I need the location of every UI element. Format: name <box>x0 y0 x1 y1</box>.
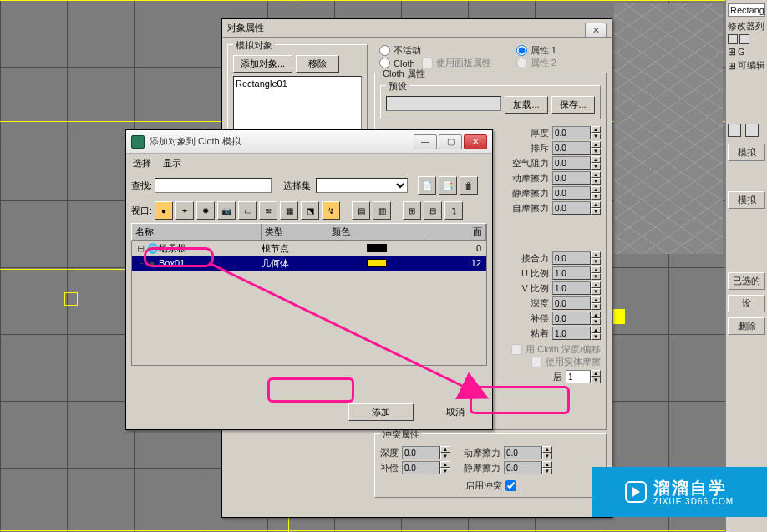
save-preset-button[interactable]: 保存... <box>551 96 595 114</box>
col-stat-spinner[interactable]: ▲▼ <box>504 461 552 474</box>
filter-helper-icon[interactable]: ▭ <box>238 201 257 220</box>
cloth-group-legend: Cloth 属性 <box>380 68 428 80</box>
menu-display[interactable]: 显示 <box>163 157 181 170</box>
add-object-button[interactable]: 添加对象... <box>233 55 292 73</box>
offset-spinner[interactable]: ▲▼ <box>552 312 601 325</box>
selffric-spinner[interactable]: ▲▼ <box>552 201 601 215</box>
stack-item[interactable]: Rectangl <box>728 3 765 17</box>
enable-collision-check[interactable]: 启用冲突 <box>465 479 516 492</box>
col-type[interactable]: 类型 <box>262 224 328 240</box>
menu-select[interactable]: 选择 <box>133 157 151 170</box>
watermark: 溜溜自学 ZIXUE.3D66.COM <box>592 467 767 517</box>
editable-label: 可编辑 <box>738 59 765 72</box>
play-icon <box>625 481 647 503</box>
air-spinner[interactable]: ▲▼ <box>552 156 601 170</box>
view-list-icon[interactable]: ▤ <box>352 201 370 220</box>
dynfric-spinner[interactable]: ▲▼ <box>552 171 601 185</box>
rollout-set[interactable]: 设 <box>728 295 765 312</box>
add-button[interactable]: 添加 <box>348 403 414 421</box>
attr1-radio[interactable]: 属性 1 <box>516 44 556 57</box>
row-name: Box01 <box>159 258 185 268</box>
inactive-radio[interactable]: 不活动 <box>379 44 491 57</box>
uscale-spinner[interactable]: ▲▼ <box>552 266 601 280</box>
g-label: G <box>738 47 745 57</box>
statfric-spinner[interactable]: ▲▼ <box>552 186 601 200</box>
preset-dropdown[interactable] <box>386 96 501 111</box>
attr2-radio: 属性 2 <box>516 57 556 69</box>
filter-camera-icon[interactable]: 📷 <box>217 201 236 220</box>
watermark-url: ZIXUE.3D66.COM <box>653 497 734 506</box>
filter-light-icon[interactable]: ✹ <box>196 201 215 220</box>
depth-spinner[interactable]: ▲▼ <box>552 296 601 310</box>
pushpin-icon[interactable] <box>745 124 759 137</box>
select-children-icon[interactable]: ⤵ <box>444 201 463 220</box>
seam-spinner[interactable]: ▲▼ <box>552 251 601 265</box>
close-button[interactable]: ✕ <box>585 23 607 38</box>
expand-all-icon[interactable]: ⊞ <box>403 201 421 220</box>
rollout-selected[interactable]: 已选的 <box>728 272 765 290</box>
repel-spinner[interactable]: ▲▼ <box>552 141 601 155</box>
lock-icon[interactable] <box>728 124 741 137</box>
col-color[interactable]: 颜色 <box>328 224 424 240</box>
find-label: 查找: <box>131 180 152 192</box>
vscale-spinner[interactable]: ▲▼ <box>552 281 601 295</box>
list-header: 名称 类型 颜色 面 <box>131 223 487 241</box>
filter-space-icon[interactable]: ≋ <box>259 201 277 220</box>
cloth-depth-check: 用 Cloth 深度/偏移 <box>485 343 601 356</box>
find-input[interactable] <box>155 178 272 193</box>
sim-group-legend: 模拟对象 <box>233 39 275 52</box>
col-name[interactable]: 名称 <box>132 224 262 240</box>
command-panel: Rectangl 修改器列 ⊞G ⊞可编辑 模拟 模拟 已选的 设 删除 <box>725 0 767 532</box>
filter-xref-icon[interactable]: ⬔ <box>301 201 319 220</box>
selset-sub-icon[interactable]: 📑 <box>439 176 457 195</box>
app-icon <box>131 135 145 149</box>
add-dialog-title: 添加对象到 Cloth 模拟 <box>150 135 409 148</box>
list-row[interactable]: ⊟🌐场景根根节点0 <box>132 241 486 256</box>
object-list-item[interactable]: Rectangle01 <box>236 79 359 89</box>
filter-group-icon[interactable]: ▦ <box>280 201 298 220</box>
list-row[interactable]: └●Box01几何体12 <box>132 256 486 271</box>
stick-spinner[interactable]: ▲▼ <box>552 327 601 340</box>
maximize-button[interactable]: ▢ <box>439 134 462 149</box>
col-dyn-spinner[interactable]: ▲▼ <box>504 446 552 459</box>
filter-geom-icon[interactable]: ● <box>155 201 173 220</box>
viewport-label: 视口: <box>131 205 152 217</box>
selset-del-icon[interactable]: 🗑 <box>460 176 478 195</box>
preset-group: 预设 加载... 保存... <box>380 85 601 119</box>
col-faces[interactable]: 面 <box>424 224 486 240</box>
rollout-sim-1[interactable]: 模拟 <box>728 144 765 161</box>
object-list: ⊟🌐场景根根节点0└●Box01几何体12 <box>131 241 487 366</box>
collapse-all-icon[interactable]: ⊟ <box>424 201 442 220</box>
add-objects-dialog: 添加对象到 Cloth 模拟 — ▢ ✕ 选择 显示 查找: 选择集: 📄 📑 … <box>125 129 493 430</box>
cancel-button[interactable]: 取消 <box>430 403 480 421</box>
prop-title: 对象属性 <box>227 22 264 34</box>
modifier-label: 修改器列 <box>728 20 765 33</box>
collision-legend: 冲突属性 <box>380 428 422 441</box>
pin-icon[interactable] <box>728 34 738 44</box>
rollout-del[interactable]: 删除 <box>728 317 765 335</box>
close-button[interactable]: ✕ <box>464 134 487 149</box>
load-preset-button[interactable]: 加载... <box>505 96 548 114</box>
filter-shape-icon[interactable]: ✦ <box>175 201 194 220</box>
col-offset-spinner[interactable]: ▲▼ <box>402 461 450 474</box>
layer-spinner[interactable]: ▲▼ <box>566 370 601 383</box>
minimize-button[interactable]: — <box>414 134 437 149</box>
selset-label: 选择集: <box>283 180 313 192</box>
selset-dropdown[interactable] <box>316 178 408 193</box>
rollout-sim-2[interactable]: 模拟 <box>728 191 765 209</box>
menu-bar: 选择 显示 <box>126 154 492 173</box>
col-depth-spinner[interactable]: ▲▼ <box>402 446 450 459</box>
view-tree-icon[interactable]: ▥ <box>373 201 391 220</box>
collision-group: 冲突属性 深度▲▼ 补偿▲▼ 动摩擦力▲▼ 静摩擦力▲▼ 启用冲突 <box>374 433 607 498</box>
remove-button[interactable]: 移除 <box>296 55 339 73</box>
selset-new-icon[interactable]: 📄 <box>418 176 436 195</box>
watermark-brand: 溜溜自学 <box>653 479 734 497</box>
filter-bone-icon[interactable]: ↯ <box>322 201 340 220</box>
thickness-spinner[interactable]: ▲▼ <box>552 126 601 139</box>
preset-legend: 预设 <box>386 80 409 93</box>
lightbulb-icon[interactable] <box>739 34 749 44</box>
solid-fric-check: 使用实体摩擦 <box>485 356 601 368</box>
row-name: 场景根 <box>159 242 186 255</box>
